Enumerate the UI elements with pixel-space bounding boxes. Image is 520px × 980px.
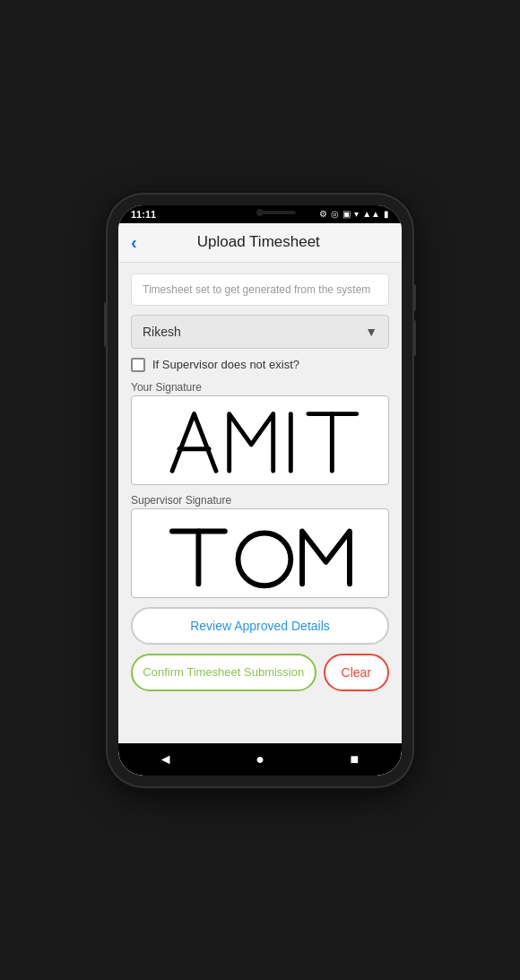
supervisor-value: Rikesh	[143, 325, 181, 339]
supervisor-checkbox[interactable]	[131, 358, 145, 372]
nav-back-button[interactable]: ◄	[152, 750, 179, 768]
timesheet-placeholder: Timesheet set to get generated from the …	[143, 283, 370, 296]
settings-icon: ⚙	[319, 209, 327, 219]
supervisor-signature-box[interactable]	[131, 508, 389, 598]
timesheet-input[interactable]: Timesheet set to get generated from the …	[131, 273, 389, 306]
svg-point-0	[238, 533, 291, 585]
power-button[interactable]	[104, 302, 108, 347]
status-icons: ⚙ ◎ ▣ ▾ ▲▲ ▮	[319, 209, 389, 219]
content-area: Timesheet set to get generated from the …	[118, 263, 402, 743]
vol-down-button[interactable]	[412, 320, 416, 356]
review-button[interactable]: Review Approved Details	[131, 607, 389, 645]
checkbox-label: If Supervisor does not exist?	[152, 358, 299, 371]
nav-recent-button[interactable]: ■	[341, 750, 368, 768]
vol-up-button[interactable]	[412, 284, 416, 311]
signal-icon: ▲▲	[362, 209, 380, 219]
clear-button[interactable]: Clear	[324, 654, 389, 691]
wifi-icon: ▾	[354, 209, 359, 219]
dropdown-arrow-icon: ▼	[365, 325, 377, 339]
your-signature-section: Your Signature	[131, 381, 389, 485]
your-signature-drawing	[132, 396, 388, 484]
your-signature-box[interactable]	[131, 395, 389, 485]
phone-frame: 11:11 ⚙ ◎ ▣ ▾ ▲▲ ▮ ‹ Upload Timesheet Ti…	[108, 195, 412, 786]
sync-icon: ◎	[331, 209, 339, 219]
confirm-button[interactable]: Confirm Timesheet Submission	[131, 654, 316, 691]
bottom-buttons: Confirm Timesheet Submission Clear	[131, 654, 389, 691]
back-button[interactable]: ‹	[131, 232, 137, 253]
supervisor-signature-drawing	[132, 509, 388, 597]
supervisor-dropdown[interactable]: Rikesh ▼	[131, 315, 389, 349]
your-signature-label: Your Signature	[131, 381, 389, 394]
battery-icon: ▮	[384, 209, 389, 219]
nav-home-button[interactable]: ●	[247, 750, 273, 768]
supervisor-signature-section: Supervisor Signature	[131, 494, 389, 598]
supervisor-signature-label: Supervisor Signature	[131, 494, 389, 507]
page-title: Upload Timesheet	[146, 233, 371, 251]
status-time: 11:11	[131, 209, 156, 220]
app-bar: ‹ Upload Timesheet	[118, 223, 402, 263]
nav-bar: ◄ ● ■	[118, 743, 402, 776]
supervisor-checkbox-row: If Supervisor does not exist?	[131, 358, 389, 372]
speaker	[260, 211, 296, 214]
nfc-icon: ▣	[342, 209, 351, 219]
screen: 11:11 ⚙ ◎ ▣ ▾ ▲▲ ▮ ‹ Upload Timesheet Ti…	[118, 205, 402, 776]
